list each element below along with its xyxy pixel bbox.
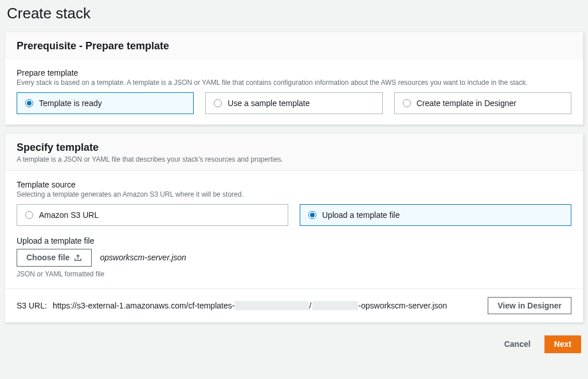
redacted-segment	[234, 301, 309, 310]
panel-title-specify: Specify template	[17, 142, 571, 154]
radio-dot-icon	[308, 211, 316, 219]
panel-prerequisite: Prerequisite - Prepare template Prepare …	[5, 32, 583, 125]
upload-file-label: Upload a template file	[17, 236, 571, 245]
radio-template-ready-label: Template is ready	[39, 99, 102, 108]
radio-sample-template[interactable]: Use a sample template	[205, 92, 382, 114]
cancel-label: Cancel	[504, 339, 531, 349]
radio-dot-icon	[25, 211, 33, 219]
choose-file-label: Choose file	[26, 253, 69, 263]
s3-url-suffix: -opsworkscm-server.json	[358, 301, 447, 310]
next-label: Next	[554, 339, 571, 349]
template-source-label: Template source	[17, 180, 571, 189]
radio-create-designer[interactable]: Create template in Designer	[394, 92, 571, 114]
next-button[interactable]: Next	[544, 335, 581, 353]
template-source-desc: Selecting a template generates an Amazon…	[17, 190, 571, 198]
panel-title-prerequisite: Prerequisite - Prepare template	[17, 40, 571, 52]
upload-icon	[74, 253, 82, 261]
uploaded-filename: opsworkscm-server.json	[100, 253, 186, 262]
s3-url-prefix: https://s3-external-1.amazonaws.com/cf-t…	[53, 301, 234, 310]
radio-dot-icon	[25, 99, 33, 107]
panel-header-specify: Specify template A template is a JSON or…	[5, 134, 583, 171]
radio-template-ready[interactable]: Template is ready	[17, 92, 194, 114]
prepare-template-desc: Every stack is based on a template. A te…	[17, 79, 571, 87]
radio-sample-template-label: Use a sample template	[228, 99, 309, 108]
wizard-footer: Cancel Next	[5, 331, 583, 353]
radio-amazon-s3-url[interactable]: Amazon S3 URL	[17, 204, 288, 226]
redacted-segment	[312, 301, 358, 310]
panel-specify-template: Specify template A template is a JSON or…	[5, 133, 583, 323]
page-title: Create stack	[5, 0, 583, 32]
s3-url-mid: /	[309, 301, 311, 310]
prepare-template-label: Prepare template	[17, 68, 571, 77]
choose-file-button[interactable]: Choose file	[17, 249, 92, 267]
cancel-button[interactable]: Cancel	[495, 335, 540, 353]
panel-subtitle-specify: A template is a JSON or YAML file that d…	[17, 155, 571, 165]
s3-url-value: https://s3-external-1.amazonaws.com/cf-t…	[53, 301, 482, 310]
view-in-designer-button[interactable]: View in Designer	[488, 297, 571, 315]
radio-upload-template[interactable]: Upload a template file	[300, 204, 571, 226]
radio-amazon-s3-url-label: Amazon S3 URL	[39, 210, 99, 220]
view-in-designer-label: View in Designer	[497, 301, 562, 311]
radio-upload-template-label: Upload a template file	[322, 210, 399, 220]
file-format-hint: JSON or YAML formatted file	[17, 270, 571, 278]
radio-create-designer-label: Create template in Designer	[417, 99, 516, 108]
radio-dot-icon	[403, 99, 411, 107]
panel-header-prerequisite: Prerequisite - Prepare template	[5, 32, 583, 59]
s3-url-row: S3 URL: https://s3-external-1.amazonaws.…	[5, 288, 583, 323]
radio-dot-icon	[214, 99, 222, 107]
s3-url-label: S3 URL:	[17, 301, 47, 310]
